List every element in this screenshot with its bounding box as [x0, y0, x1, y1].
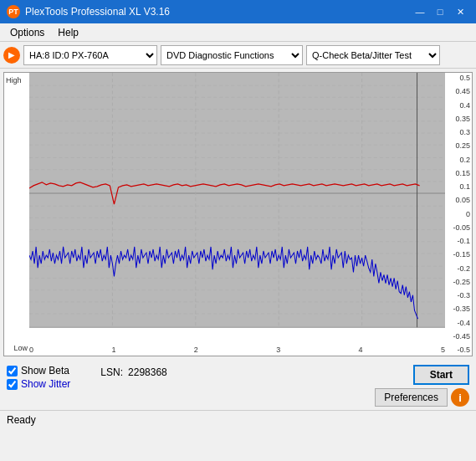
y-label-13: -0.15 — [447, 251, 470, 259]
y-label-0: 0.5 — [447, 74, 470, 82]
menu-item-help[interactable]: Help — [51, 25, 85, 40]
beta-checkbox-row[interactable]: Show Beta — [7, 365, 70, 376]
y-label-6: 0.2 — [447, 156, 470, 164]
y-label-19: -0.45 — [447, 333, 470, 341]
y-label-3: 0.35 — [447, 115, 470, 123]
menu-item-options[interactable]: Options — [3, 25, 51, 40]
y-label-16: -0.3 — [447, 292, 470, 300]
window-title: PlexTools Professional XL V3.16 — [25, 6, 170, 18]
lsn-label: LSN: — [100, 366, 123, 378]
title-bar-left: PT PlexTools Professional XL V3.16 — [7, 5, 170, 18]
x-label-3: 3 — [276, 346, 280, 354]
checkboxes: Show Beta Show Jitter — [7, 365, 70, 390]
beta-label: Show Beta — [21, 365, 69, 376]
preferences-button[interactable]: Preferences — [375, 388, 448, 407]
jitter-checkbox[interactable] — [7, 379, 18, 390]
y-label-high: High — [6, 76, 22, 85]
function-select[interactable]: DVD Diagnostic Functions — [161, 45, 303, 65]
bottom-panel: Show Beta Show Jitter LSN: 2298368 Start… — [0, 360, 476, 410]
status-bar: Ready — [0, 410, 476, 428]
y-label-20: -0.5 — [447, 346, 470, 354]
maximize-button[interactable]: □ — [431, 4, 449, 19]
pref-info-row: Preferences i — [375, 388, 469, 407]
close-button[interactable]: ✕ — [451, 4, 469, 19]
y-axis-left: High Low — [4, 73, 29, 356]
x-label-1: 1 — [111, 346, 115, 354]
toolbar: ▶ HA:8 ID:0 PX-760A DVD Diagnostic Funct… — [0, 42, 476, 69]
y-axis-right: 0.5 0.45 0.4 0.35 0.3 0.25 0.2 0.15 0.1 … — [445, 73, 472, 356]
lsn-value: 2298368 — [128, 366, 167, 378]
y-label-9: 0.05 — [447, 197, 470, 204]
device-icon: ▶ — [3, 47, 20, 64]
lsn-area: LSN: 2298368 — [100, 366, 166, 378]
x-axis: 0 1 2 3 4 5 — [29, 346, 445, 354]
y-label-18: -0.4 — [447, 320, 470, 327]
start-button[interactable]: Start — [413, 365, 469, 385]
y-label-12: -0.1 — [447, 238, 470, 245]
jitter-checkbox-row[interactable]: Show Jitter — [7, 378, 70, 390]
x-label-4: 4 — [359, 346, 363, 354]
x-label-5: 5 — [441, 346, 445, 354]
chart-area: High Low 0.5 0.45 0.4 0.35 0.3 0.25 0.2 … — [3, 72, 473, 356]
y-label-4: 0.3 — [447, 129, 470, 136]
y-label-11: -0.05 — [447, 224, 470, 232]
test-select[interactable]: Q-Check Beta/Jitter Test — [306, 45, 440, 65]
y-label-15: -0.25 — [447, 279, 470, 286]
y-label-low: Low — [13, 344, 28, 352]
x-label-2: 2 — [194, 346, 198, 354]
status-text: Ready — [7, 414, 36, 426]
svg-rect-0 — [29, 73, 445, 327]
y-label-14: -0.2 — [447, 265, 470, 273]
y-label-17: -0.35 — [447, 305, 470, 313]
x-label-0: 0 — [29, 346, 33, 354]
title-bar: PT PlexTools Professional XL V3.16 — □ ✕ — [0, 0, 476, 23]
y-label-1: 0.45 — [447, 88, 470, 95]
window-controls: — □ ✕ — [411, 4, 469, 19]
right-buttons: Start Preferences i — [375, 365, 469, 407]
app-icon: PT — [7, 5, 20, 18]
y-label-10: 0 — [447, 211, 470, 218]
jitter-label: Show Jitter — [21, 378, 70, 390]
info-button[interactable]: i — [451, 388, 469, 407]
beta-checkbox[interactable] — [7, 366, 18, 376]
y-label-8: 0.1 — [447, 183, 470, 191]
device-select[interactable]: HA:8 ID:0 PX-760A — [23, 45, 157, 65]
menu-bar: Options Help — [0, 23, 476, 42]
y-label-5: 0.25 — [447, 142, 470, 150]
chart-svg — [29, 73, 445, 345]
minimize-button[interactable]: — — [411, 4, 429, 19]
y-label-7: 0.15 — [447, 170, 470, 177]
y-label-2: 0.4 — [447, 102, 470, 110]
